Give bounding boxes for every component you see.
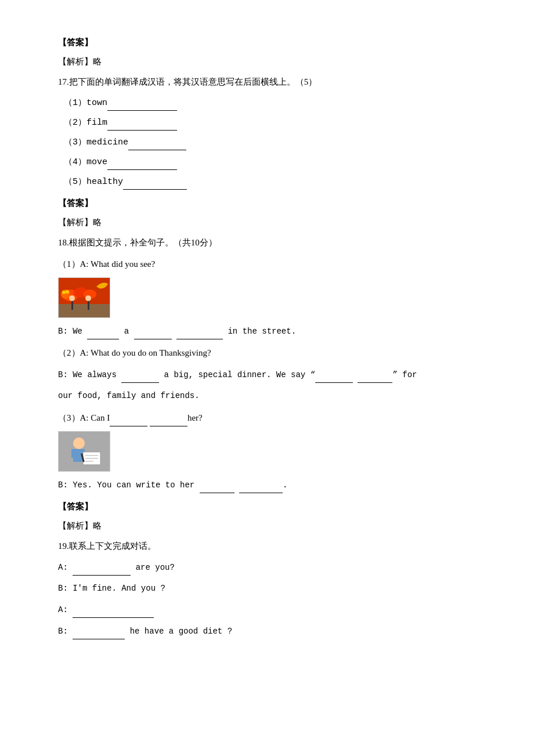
q18-sub3-q2: her? [187,413,203,422]
q17-item-4-label: （4）move [64,157,107,167]
q18-blank-3d[interactable] [239,476,283,493]
q17-title: 17.把下面的单词翻译成汉语，将其汉语意思写在后面横线上。（5） [58,74,476,90]
q18-sub1-b-prefix: B: We [58,327,87,336]
q19-blank-b2[interactable] [73,623,125,639]
q18-sub3-a-prefix: （3）A: Can I [58,413,110,422]
q17-blank-2[interactable] [107,114,177,131]
q18-blank-1c[interactable] [176,323,223,339]
q19-a1-space [68,563,73,572]
svg-point-6 [62,291,66,294]
q19-blank-a2[interactable] [73,601,154,618]
q19-a1-text: are you? [136,563,175,572]
q18-sub3-b-prefix: B: Yes. You can write to her [58,480,194,490]
q19-a1-prefix: A: [58,563,68,572]
q19-title: 19.联系上下文完成对话。 [58,538,476,554]
q18-sub2-space [353,370,358,379]
q17-blank-5[interactable] [123,173,187,190]
q17-blank-4[interactable] [107,154,177,170]
q18-sub2-middle: a big, special dinner. We say “ [159,370,315,379]
q18-sub3-space2 [234,480,239,490]
answer-section-3: 【答案】 [58,499,476,515]
analysis-section-1: 【解析】略 [58,54,476,70]
q18-blank-2c[interactable] [358,366,392,383]
q17-item-1: （1）town [64,95,476,111]
q18-sub1-suffix: in the street. [223,327,296,336]
q18-blank-2a[interactable] [121,366,159,383]
q19-a2-prefix: A: [58,605,68,614]
q17-item-3-label: （3）medicine [64,138,128,147]
q19-b2-suffix [125,627,129,636]
q18-blank-1a[interactable] [87,323,119,339]
q19-b1-text: B: I'm fine. And you ? [58,584,165,593]
q17-blank-3[interactable] [128,134,186,150]
q19-b2-prefix: B: [58,627,68,636]
q18-blank-2b[interactable] [315,366,353,383]
q18-sub3-period: . [283,480,287,490]
q18-sub1-question: （1）A: What did you see? [58,255,476,273]
question-18: 18.根据图文提示，补全句子。（共10分） （1）A: What did you… [58,235,476,493]
svg-point-11 [85,295,91,301]
q18-sub2-question: （2）A: What do you do on Thanksgiving? [58,344,476,361]
q18-sub3-question: （3）A: Can I her? [58,408,476,426]
q18-blank-3b[interactable] [150,408,187,426]
q18-sub1-answer: B: We a in the street. [58,323,476,339]
svg-rect-1 [59,304,110,318]
svg-point-10 [69,295,75,301]
q17-blank-1[interactable] [107,95,177,111]
q17-item-5-label: （5）healthy [64,177,123,187]
dragon-dance-image [59,278,110,318]
q18-blank-1b[interactable] [134,323,172,339]
q18-sub1-a-text: a [119,327,134,336]
q17-item-3: （3）medicine [64,134,476,150]
svg-point-13 [73,437,85,449]
q19-b2-line: B: he have a good diet ? [58,623,476,639]
q18-sub2-close-quote: ” for [392,370,417,379]
q17-item-2: （2）film [64,114,476,131]
q18-sub2-line2-text: our food, family and friends. [58,391,200,400]
q19-a1-suffix [131,563,135,572]
q19-b1-line: B: I'm fine. And you ? [58,580,476,596]
analysis-label-1: 【解析】略 [58,54,476,70]
q17-item-1-label: （1）town [64,98,107,108]
q18-blank-3c[interactable] [200,476,234,493]
q17-item-5: （5）healthy [64,173,476,190]
writing-letter-image [59,432,110,472]
q18-sub1-spacer [172,327,176,336]
svg-point-7 [66,290,69,294]
analysis-section-2: 【解析】略 [58,215,476,230]
q18-sub3-space [194,480,199,490]
q19-blank-a1[interactable] [73,559,131,576]
q18-sub2-answer-line1: B: We always a big, special dinner. We s… [58,366,476,383]
q18-image-1 [58,277,110,318]
analysis-label-3: 【解析】略 [58,518,476,534]
q17-item-4: （4）move [64,154,476,170]
q18-blank-3a[interactable] [110,408,147,426]
q19-a2-line: A: [58,601,476,618]
svg-rect-15 [71,449,76,458]
q17-item-2-label: （2）film [64,118,107,128]
answer-label-1: 【答案】 [58,35,476,50]
svg-point-5 [61,290,70,299]
q19-a1-line: A: are you? [58,559,476,576]
q18-sub2-b-prefix: B: We always [58,370,121,379]
q18-sub3-answer: B: Yes. You can write to her . [58,476,476,493]
q18-image-2 [58,431,110,472]
q19-b2-space [68,627,73,636]
answer-section-1: 【答案】 [58,35,476,50]
q18-title: 18.根据图文提示，补全句子。（共10分） [58,235,476,251]
answer-label-2: 【答案】 [58,196,476,211]
analysis-label-2: 【解析】略 [58,215,476,230]
q19-b2-text: he have a good diet ? [130,627,232,636]
question-19: 19.联系上下文完成对话。 A: are you? B: I'm fine. A… [58,538,476,639]
answer-label-3: 【答案】 [58,499,476,515]
answer-section-2: 【答案】 [58,196,476,211]
question-17: 17.把下面的单词翻译成汉语，将其汉语意思写在后面横线上。（5） （1）town… [58,74,476,190]
analysis-section-3: 【解析】略 [58,518,476,534]
q18-sub2-answer-line2: our food, family and friends. [58,388,476,404]
q19-a2-space [68,605,73,614]
